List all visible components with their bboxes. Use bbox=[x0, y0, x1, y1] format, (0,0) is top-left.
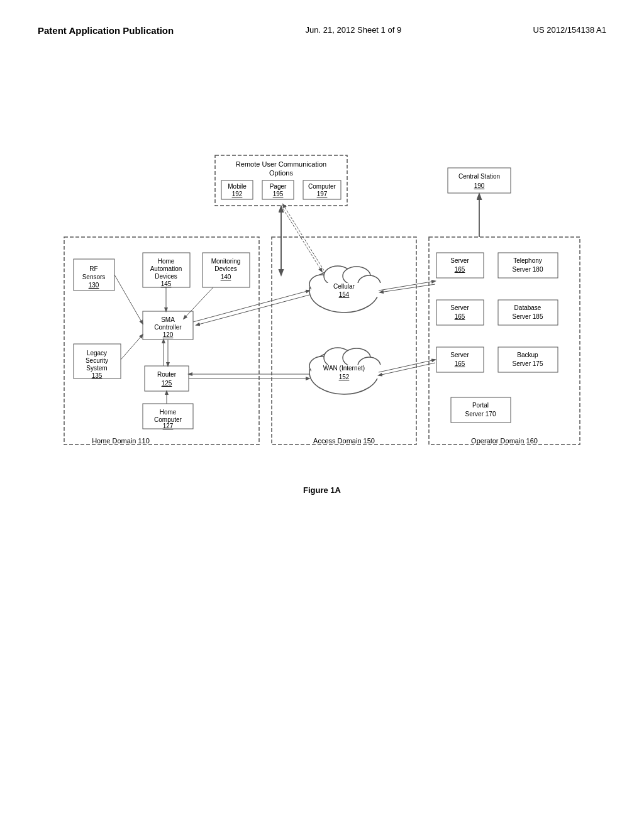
svg-text:RF: RF bbox=[89, 265, 97, 272]
svg-text:135: 135 bbox=[92, 372, 103, 379]
svg-text:Home: Home bbox=[158, 258, 175, 265]
svg-text:140: 140 bbox=[221, 274, 231, 280]
svg-text:Access Domain 150: Access Domain 150 bbox=[313, 437, 375, 445]
figure-caption: Figure 1A bbox=[303, 485, 341, 495]
svg-text:152: 152 bbox=[339, 374, 350, 380]
svg-text:System: System bbox=[86, 365, 107, 372]
svg-text:Server: Server bbox=[450, 304, 469, 311]
svg-text:120: 120 bbox=[163, 331, 174, 338]
svg-text:Portal: Portal bbox=[472, 402, 489, 409]
publication-date-sheet: Jun. 21, 2012 Sheet 1 of 9 bbox=[306, 25, 402, 35]
svg-text:Server 185: Server 185 bbox=[513, 313, 543, 320]
svg-text:Operator Domain 160: Operator Domain 160 bbox=[471, 437, 538, 445]
svg-text:Pager: Pager bbox=[270, 183, 287, 190]
svg-text:Server 175: Server 175 bbox=[513, 360, 543, 367]
svg-text:Security: Security bbox=[86, 357, 108, 364]
svg-rect-72 bbox=[498, 253, 558, 278]
svg-text:125: 125 bbox=[162, 380, 172, 387]
svg-line-95 bbox=[121, 335, 143, 360]
svg-text:Database: Database bbox=[514, 304, 541, 311]
svg-text:165: 165 bbox=[455, 313, 465, 320]
svg-text:Home: Home bbox=[160, 409, 177, 416]
svg-text:195: 195 bbox=[273, 191, 284, 197]
svg-text:145: 145 bbox=[161, 280, 172, 287]
svg-line-103 bbox=[379, 281, 435, 290]
svg-rect-12 bbox=[448, 168, 511, 193]
svg-text:127: 127 bbox=[163, 423, 174, 429]
svg-text:Computer: Computer bbox=[308, 183, 336, 190]
svg-text:190: 190 bbox=[474, 182, 485, 189]
page-header: Patent Application Publication Jun. 21, … bbox=[38, 25, 606, 36]
svg-text:Devices: Devices bbox=[155, 273, 177, 280]
svg-text:130: 130 bbox=[89, 282, 99, 289]
svg-rect-75 bbox=[436, 300, 484, 325]
svg-text:192: 192 bbox=[232, 191, 243, 197]
svg-text:Remote User Communication: Remote User Communication bbox=[236, 160, 326, 168]
svg-text:Options: Options bbox=[269, 169, 293, 177]
svg-text:Devices: Devices bbox=[214, 265, 237, 272]
svg-line-99 bbox=[193, 290, 309, 322]
svg-text:197: 197 bbox=[317, 191, 328, 197]
svg-text:Sensors: Sensors bbox=[82, 274, 106, 280]
svg-text:WAN (Internet): WAN (Internet) bbox=[323, 365, 365, 372]
svg-text:Backup: Backup bbox=[517, 351, 538, 358]
svg-rect-81 bbox=[436, 347, 484, 372]
svg-text:Legacy: Legacy bbox=[87, 350, 107, 357]
svg-text:Server 180: Server 180 bbox=[513, 266, 543, 273]
svg-text:Cellular: Cellular bbox=[333, 283, 355, 290]
svg-line-100 bbox=[196, 295, 309, 325]
svg-text:165: 165 bbox=[455, 266, 465, 273]
svg-rect-84 bbox=[498, 347, 558, 372]
svg-line-101 bbox=[379, 360, 435, 372]
svg-line-105 bbox=[281, 206, 322, 272]
svg-line-102 bbox=[379, 363, 435, 375]
svg-rect-78 bbox=[498, 300, 558, 325]
svg-rect-22 bbox=[429, 237, 580, 445]
diagram-container: Remote User Communication Options Mobile… bbox=[38, 149, 606, 495]
svg-text:165: 165 bbox=[455, 360, 465, 367]
svg-text:Automation: Automation bbox=[150, 265, 182, 272]
svg-text:Telephony: Telephony bbox=[513, 257, 542, 264]
svg-text:Server: Server bbox=[450, 351, 469, 358]
svg-rect-46 bbox=[145, 366, 189, 391]
svg-text:154: 154 bbox=[339, 291, 350, 298]
publication-number: US 2012/154138 A1 bbox=[533, 25, 606, 35]
svg-text:Mobile: Mobile bbox=[228, 183, 247, 190]
svg-text:SMA: SMA bbox=[161, 316, 175, 323]
page: Patent Application Publication Jun. 21, … bbox=[0, 0, 644, 830]
svg-line-90 bbox=[114, 275, 143, 324]
figure-1a-diagram: Remote User Communication Options Mobile… bbox=[45, 149, 599, 476]
svg-text:Router: Router bbox=[157, 371, 177, 378]
svg-text:Home Domain 110: Home Domain 110 bbox=[92, 437, 150, 445]
svg-text:Monitoring: Monitoring bbox=[211, 258, 241, 265]
publication-title: Patent Application Publication bbox=[38, 25, 174, 36]
svg-text:Server 170: Server 170 bbox=[465, 411, 496, 418]
svg-rect-69 bbox=[436, 253, 484, 278]
svg-text:Central Station: Central Station bbox=[458, 173, 500, 180]
svg-rect-87 bbox=[451, 397, 511, 423]
svg-line-92 bbox=[184, 287, 213, 319]
svg-text:Controller: Controller bbox=[154, 324, 182, 331]
svg-text:Server: Server bbox=[450, 257, 469, 264]
